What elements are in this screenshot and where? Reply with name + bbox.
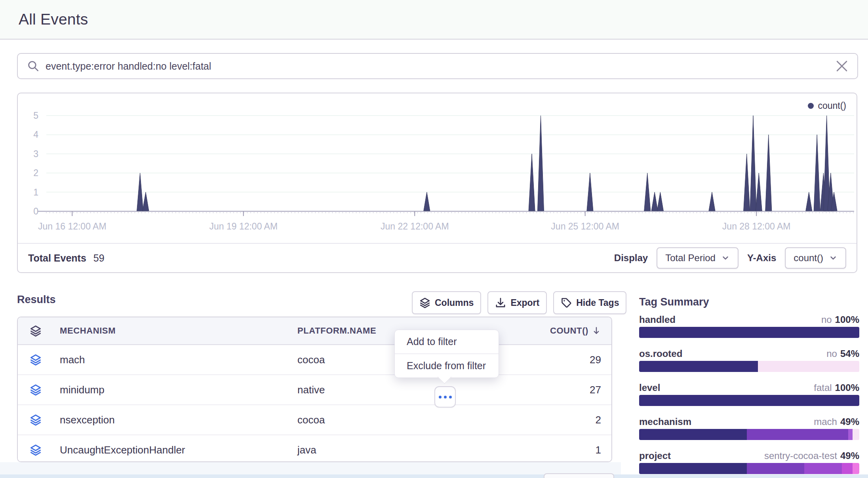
events-chart[interactable]: 012345Jun 16 12:00 AMJun 19 12:00 AMJun … bbox=[18, 93, 857, 242]
stack-row-icon[interactable] bbox=[30, 384, 42, 396]
column-header-mechanism[interactable]: MECHANISM bbox=[53, 326, 291, 336]
chart-legend[interactable]: count() bbox=[808, 101, 846, 111]
tag-bar-segment[interactable] bbox=[853, 463, 859, 474]
cell-count: 2 bbox=[513, 414, 611, 426]
tag-bar-segment[interactable] bbox=[639, 395, 859, 406]
cell-mechanism[interactable]: mach bbox=[53, 354, 291, 366]
cell-mechanism[interactable]: minidump bbox=[53, 384, 291, 396]
tag-bar-segment[interactable] bbox=[639, 327, 859, 338]
hide-tags-button-label: Hide Tags bbox=[576, 298, 619, 308]
results-toolbar: Columns Export Hide Tags bbox=[412, 291, 626, 314]
tag-top-value: sentry-cocoa-test49% bbox=[764, 450, 859, 461]
table-row[interactable]: nsexceptioncocoa2 bbox=[18, 405, 611, 435]
tag-bar-segment[interactable] bbox=[639, 463, 747, 474]
cell-platform[interactable]: native bbox=[291, 384, 513, 396]
export-button[interactable]: Export bbox=[487, 291, 547, 314]
tag-summary-group: handledno100% bbox=[639, 314, 859, 338]
yaxis-select[interactable]: count() bbox=[785, 247, 846, 269]
page-title: All Events bbox=[19, 11, 88, 28]
tag-bar-segment[interactable] bbox=[842, 463, 853, 474]
tag-name: handled bbox=[639, 314, 676, 325]
stack-row-icon[interactable] bbox=[30, 354, 42, 366]
svg-text:Jun 16 12:00 AM: Jun 16 12:00 AM bbox=[38, 221, 107, 231]
svg-text:3: 3 bbox=[33, 149, 38, 159]
tag-summary-panel: Tag Summary handledno100%os.rootedno54%l… bbox=[639, 291, 859, 474]
tag-label-row: mechanismmach49% bbox=[639, 416, 859, 429]
tag-label-row: levelfatal100% bbox=[639, 382, 859, 395]
column-header-count[interactable]: COUNT() bbox=[513, 326, 611, 336]
column-header-count-label: COUNT() bbox=[550, 326, 588, 336]
tag-summary-group: os.rootedno54% bbox=[639, 348, 859, 372]
tag-bar-segment[interactable] bbox=[848, 429, 853, 440]
cell-count: 29 bbox=[513, 354, 611, 366]
svg-text:4: 4 bbox=[33, 129, 38, 140]
tag-bar-segment[interactable] bbox=[758, 361, 859, 372]
tag-top-value: no54% bbox=[826, 348, 859, 359]
tag-bar-segment[interactable] bbox=[853, 429, 859, 440]
tag-distribution-bar[interactable] bbox=[639, 395, 859, 406]
cell-mechanism[interactable]: UncaughtExceptionHandler bbox=[53, 444, 291, 456]
stack-header-icon[interactable] bbox=[30, 325, 42, 337]
cell-platform[interactable]: java bbox=[291, 444, 513, 456]
tag-name: os.rooted bbox=[639, 348, 682, 359]
results-table: MECHANISM PLATFORM.NAME COUNT() machcoco… bbox=[17, 317, 612, 462]
clear-search-icon[interactable] bbox=[836, 60, 848, 72]
chart-panel-footer: Total Events 59 Display Total Period Y-A… bbox=[18, 243, 857, 272]
tag-top-value: mach49% bbox=[814, 416, 859, 427]
display-select[interactable]: Total Period bbox=[657, 247, 739, 269]
tag-bar-segment[interactable] bbox=[639, 429, 747, 440]
tag-distribution-bar[interactable] bbox=[639, 463, 859, 474]
stack-row-icon[interactable] bbox=[30, 414, 42, 426]
table-row[interactable]: machcocoa29 bbox=[18, 345, 611, 375]
tag-bar-segment[interactable] bbox=[639, 361, 758, 372]
tag-bar-segment[interactable] bbox=[804, 463, 842, 474]
cell-mechanism[interactable]: nsexception bbox=[53, 414, 291, 426]
tag-distribution-bar[interactable] bbox=[639, 361, 859, 372]
tag-summary-list: handledno100%os.rootedno54%levelfatal100… bbox=[639, 314, 859, 474]
hide-tags-button[interactable]: Hide Tags bbox=[553, 291, 626, 314]
total-events-value: 59 bbox=[93, 252, 105, 264]
cell-platform[interactable]: cocoa bbox=[291, 414, 513, 426]
tag-name: project bbox=[639, 450, 671, 461]
table-row[interactable]: minidumpnative27 bbox=[18, 375, 611, 405]
tag-label-row: projectsentry-cocoa-test49% bbox=[639, 450, 859, 463]
tag-summary-group: levelfatal100% bbox=[639, 382, 859, 406]
tag-summary-group: projectsentry-cocoa-test49% bbox=[639, 450, 859, 474]
ellipsis-dot bbox=[449, 396, 452, 398]
cell-context-menu: Add to filter Exclude from filter bbox=[394, 330, 499, 378]
legend-dot-icon bbox=[808, 103, 814, 109]
table-row[interactable]: UncaughtExceptionHandlerjava1 bbox=[18, 435, 611, 462]
columns-button[interactable]: Columns bbox=[412, 291, 481, 314]
pagination-button-partial[interactable] bbox=[544, 473, 614, 478]
search-bar[interactable]: event.type:error handled:no level:fatal bbox=[17, 53, 858, 79]
search-input[interactable]: event.type:error handled:no level:fatal bbox=[46, 61, 836, 72]
tag-distribution-bar[interactable] bbox=[639, 429, 859, 440]
svg-text:Jun 28 12:00 AM: Jun 28 12:00 AM bbox=[722, 221, 791, 231]
stack-row-icon[interactable] bbox=[30, 444, 42, 456]
sort-desc-icon bbox=[592, 326, 601, 336]
tag-bar-segment[interactable] bbox=[747, 429, 848, 440]
svg-text:Jun 25 12:00 AM: Jun 25 12:00 AM bbox=[551, 221, 619, 231]
cell-count: 1 bbox=[513, 444, 611, 456]
columns-button-label: Columns bbox=[435, 298, 474, 308]
more-options-button[interactable] bbox=[434, 386, 456, 408]
tag-top-value: fatal100% bbox=[814, 382, 859, 393]
search-icon bbox=[27, 60, 39, 72]
legend-label: count() bbox=[818, 101, 846, 111]
results-title: Results bbox=[17, 294, 56, 306]
svg-text:Jun 19 12:00 AM: Jun 19 12:00 AM bbox=[209, 221, 278, 231]
tag-bar-segment[interactable] bbox=[747, 463, 804, 474]
menu-item-add-to-filter[interactable]: Add to filter bbox=[395, 330, 499, 353]
tag-distribution-bar[interactable] bbox=[639, 327, 859, 338]
app-header: All Events bbox=[0, 0, 868, 40]
display-select-value: Total Period bbox=[665, 252, 716, 264]
chevron-down-icon bbox=[829, 254, 838, 262]
export-button-label: Export bbox=[510, 298, 539, 308]
svg-text:5: 5 bbox=[33, 110, 38, 121]
ellipsis-dot bbox=[439, 396, 442, 398]
layers-icon bbox=[419, 297, 430, 308]
total-events-label: Total Events bbox=[28, 252, 86, 264]
tag-label-row: os.rootedno54% bbox=[639, 348, 859, 361]
bottom-edge-band bbox=[0, 474, 868, 478]
svg-text:2: 2 bbox=[33, 168, 38, 178]
